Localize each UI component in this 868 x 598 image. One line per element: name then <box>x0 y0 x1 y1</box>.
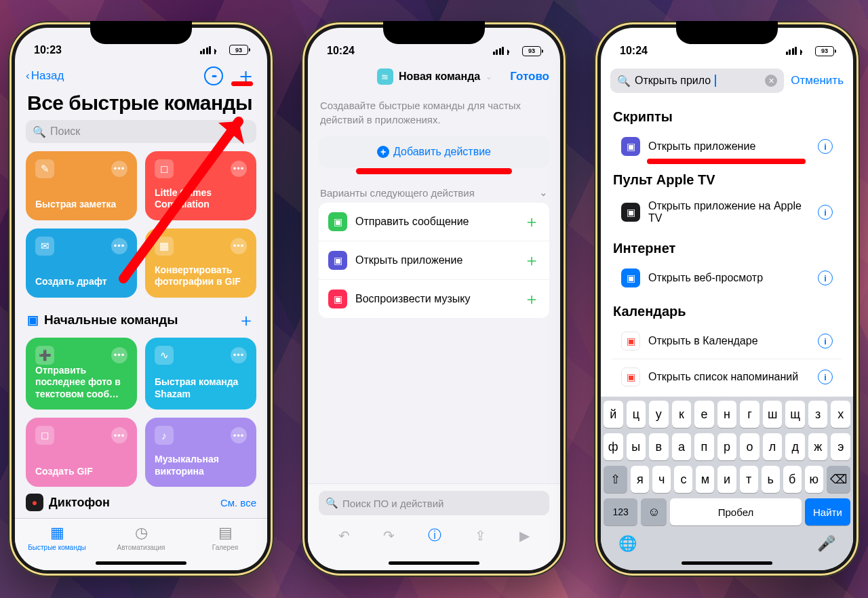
result-item[interactable]: ▣Открыть список напоминанийi <box>612 359 842 395</box>
key-ж[interactable]: ж <box>808 433 828 460</box>
key-д[interactable]: д <box>785 433 805 460</box>
key-х[interactable]: х <box>831 401 850 428</box>
key-о[interactable]: о <box>740 433 760 460</box>
add-action-button[interactable]: +Добавить действие <box>319 136 549 167</box>
key-у[interactable]: у <box>649 401 669 428</box>
section-add-button[interactable]: ＋ <box>237 308 255 332</box>
key-ю[interactable]: ю <box>805 466 823 493</box>
key-ш[interactable]: ш <box>763 401 783 428</box>
card-more-button[interactable]: ••• <box>231 347 247 363</box>
key-numbers[interactable]: 123 <box>604 498 637 525</box>
key-ы[interactable]: ы <box>627 433 646 460</box>
key-ь[interactable]: ь <box>762 466 780 493</box>
key-backspace[interactable]: ⌫ <box>827 466 850 493</box>
back-button[interactable]: ‹ Назад <box>26 69 64 83</box>
card-more-button[interactable]: ••• <box>111 427 127 443</box>
tab-shortcuts[interactable]: ▦Быстрые команды <box>20 524 94 551</box>
home-indicator[interactable] <box>389 561 479 565</box>
share-button[interactable]: ⇪ <box>475 527 486 544</box>
suggestion-item[interactable]: ▣Отправить сообщение＋ <box>319 203 549 241</box>
result-item[interactable]: ▣Открыть веб-просмотрi <box>612 260 842 296</box>
cancel-button[interactable]: Отменить <box>791 74 844 87</box>
key-search[interactable]: Найти <box>805 498 850 525</box>
search-input[interactable]: 🔍Открыть прило✕ <box>610 68 784 93</box>
info-button[interactable]: ⓘ <box>428 526 441 544</box>
key-з[interactable]: з <box>808 401 828 428</box>
key-п[interactable]: п <box>694 433 714 460</box>
key-к[interactable]: к <box>672 401 692 428</box>
shortcut-card[interactable]: ◻•••Создать GIF <box>26 418 137 487</box>
tab-gallery[interactable]: ▤Галерея <box>188 524 262 551</box>
card-more-button[interactable]: ••• <box>111 161 127 177</box>
shortcut-card[interactable]: ∿•••Быстрая команда Shazam <box>145 338 256 410</box>
add-item-button[interactable]: ＋ <box>524 288 540 310</box>
key-space[interactable]: Пробел <box>670 498 801 525</box>
more-button[interactable]: ••• <box>204 66 223 85</box>
key-т[interactable]: т <box>740 466 758 493</box>
result-item[interactable]: ▣Открыть в Календареi <box>612 323 842 359</box>
key-н[interactable]: н <box>717 401 737 428</box>
key-б[interactable]: б <box>783 466 802 493</box>
suggestion-item[interactable]: ▣Открыть приложение＋ <box>319 241 549 280</box>
key-я[interactable]: я <box>631 466 649 493</box>
shortcut-card[interactable]: ♪•••Музыкальная викторина <box>145 418 256 487</box>
add-item-button[interactable]: ＋ <box>524 250 540 271</box>
add-item-button[interactable]: ＋ <box>524 211 540 233</box>
done-button[interactable]: Готово <box>510 70 549 83</box>
card-more-button[interactable]: ••• <box>111 347 127 363</box>
redo-button[interactable]: ↷ <box>383 527 395 544</box>
key-и[interactable]: и <box>717 466 736 493</box>
new-shortcut-button[interactable]: ＋ <box>235 65 256 86</box>
see-all-link[interactable]: См. все <box>220 497 256 509</box>
section-row[interactable]: ●ДиктофонСм. все <box>15 487 267 518</box>
result-item[interactable]: ▣Открыть приложениеi <box>612 129 842 164</box>
info-button[interactable]: i <box>818 370 833 384</box>
key-ч[interactable]: ч <box>652 466 671 493</box>
shortcut-card[interactable]: ◻•••Little Games Compilation <box>145 151 256 220</box>
actions-search[interactable]: 🔍Поиск ПО и действий <box>319 491 549 515</box>
shortcut-card[interactable]: ▦•••Конвертировать фотографии в GIF <box>145 228 256 298</box>
home-indicator[interactable] <box>682 561 772 565</box>
card-more-button[interactable]: ••• <box>231 238 247 254</box>
key-ф[interactable]: ф <box>604 433 623 460</box>
key-shift[interactable]: ⇧ <box>604 466 627 493</box>
group-header: Пульт Apple TV <box>612 164 842 192</box>
search-field[interactable]: 🔍Поиск <box>26 120 256 142</box>
key-р[interactable]: р <box>717 433 737 460</box>
key-mic[interactable]: 🎤 <box>817 535 835 553</box>
info-button[interactable]: i <box>818 334 833 348</box>
key-с[interactable]: с <box>674 466 692 493</box>
undo-button[interactable]: ↶ <box>338 527 350 544</box>
info-button[interactable]: i <box>818 139 833 154</box>
shortcut-card[interactable]: ✎•••Быстрая заметка <box>26 151 137 220</box>
shortcut-card[interactable]: ➕•••Отправить последнее фото в текстовом… <box>26 338 137 410</box>
key-а[interactable]: а <box>672 433 692 460</box>
tab-automation[interactable]: ◷Автоматизация <box>104 524 178 551</box>
card-more-button[interactable]: ••• <box>231 427 247 443</box>
card-more-button[interactable]: ••• <box>231 161 247 177</box>
info-button[interactable]: i <box>818 271 833 285</box>
result-item[interactable]: ▣Открыть приложение на Apple TVi <box>612 192 842 233</box>
key-е[interactable]: е <box>694 401 714 428</box>
cellular-icon <box>200 46 212 54</box>
key-globe[interactable]: 🌐 <box>618 535 637 553</box>
key-л[interactable]: л <box>763 433 783 460</box>
info-button[interactable]: i <box>818 205 833 220</box>
key-м[interactable]: м <box>696 466 714 493</box>
shortcut-card[interactable]: ✉•••Создать драфт <box>26 228 137 298</box>
section-header[interactable]: ▣Начальные команды＋ <box>15 298 267 338</box>
card-more-button[interactable]: ••• <box>111 238 127 254</box>
run-button[interactable]: ▶ <box>519 527 530 544</box>
key-щ[interactable]: щ <box>785 401 805 428</box>
key-в[interactable]: в <box>649 433 669 460</box>
suggestion-item[interactable]: ▣Воспроизвести музыку＋ <box>319 280 549 318</box>
clear-button[interactable]: ✕ <box>765 75 777 87</box>
key-ц[interactable]: ц <box>627 401 646 428</box>
tab-label: Автоматизация <box>117 544 165 551</box>
shortcut-title-button[interactable]: ≋Новая команда⌄ <box>377 68 492 85</box>
home-indicator[interactable] <box>96 561 186 565</box>
key-emoji[interactable]: ☺ <box>641 498 667 525</box>
key-й[interactable]: й <box>604 401 623 428</box>
key-г[interactable]: г <box>740 401 760 428</box>
key-э[interactable]: э <box>831 433 850 460</box>
